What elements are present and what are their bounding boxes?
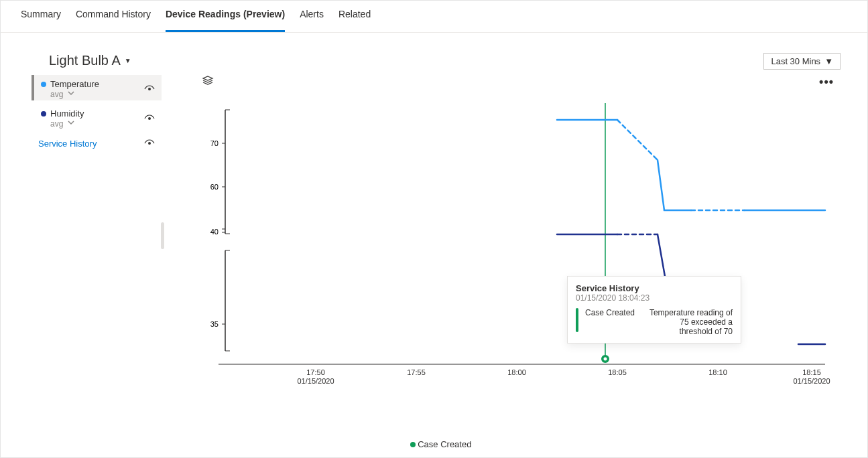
svg-point-16 [604, 358, 607, 361]
page-root: Summary Command History Device Readings … [0, 0, 868, 458]
visibility-toggle-icon[interactable] [144, 84, 155, 94]
xtick-date: 01/15/2020 [793, 377, 830, 385]
visibility-toggle-icon[interactable] [144, 113, 155, 124]
tooltip-event: Case Created [585, 308, 639, 317]
svg-point-2 [148, 142, 151, 145]
xtick: 18:10 [708, 368, 727, 376]
event-legend-label: Case Created [418, 439, 471, 449]
ytick: 60 [210, 183, 219, 191]
legend-item-agg: avg [50, 90, 63, 99]
visibility-toggle-icon[interactable] [144, 138, 155, 149]
chevron-down-icon[interactable] [67, 89, 75, 99]
ytick: 70 [210, 139, 219, 147]
more-icon[interactable]: ••• [819, 75, 834, 89]
tab-summary[interactable]: Summary [21, 9, 61, 32]
event-tooltip: Service History 01/15/2020 18:04:23 Case… [567, 276, 741, 344]
xtick: 17:50 [306, 368, 325, 376]
y-axis-temperature: 70 60 40 [210, 110, 230, 236]
time-range-label: Last 30 Mins [771, 56, 820, 66]
xtick: 18:05 [608, 368, 627, 376]
xtick-date: 01/15/2020 [297, 377, 334, 385]
tab-related[interactable]: Related [338, 9, 371, 32]
content-header: Light Bulb A ▼ Last 30 Mins ▼ [27, 53, 854, 70]
ytick: 40 [210, 228, 219, 236]
content: Light Bulb A ▼ Last 30 Mins ▼ Temperatur… [1, 33, 867, 457]
legend-item-humidity[interactable]: Humidity avg [32, 104, 162, 130]
tab-alerts[interactable]: Alerts [300, 9, 324, 32]
xtick: 18:00 [507, 368, 526, 376]
series-temperature [557, 120, 825, 210]
svg-point-1 [148, 117, 151, 120]
event-legend: Case Created [27, 435, 854, 451]
event-legend-dot [410, 442, 416, 447]
series-color-dot [41, 82, 46, 87]
caret-down-icon: ▼ [824, 56, 833, 66]
device-picker[interactable]: Light Bulb A ▼ [27, 53, 131, 68]
legend-item-label: Temperature [50, 79, 99, 89]
ytick: 35 [210, 320, 219, 328]
layers-icon[interactable] [202, 75, 214, 89]
caret-down-icon: ▼ [125, 57, 131, 64]
legend-item-label: Service History [38, 139, 97, 149]
body-row: Temperature avg [27, 75, 854, 435]
time-range-select[interactable]: Last 30 Mins ▼ [763, 53, 841, 70]
tab-command-history[interactable]: Command History [76, 9, 151, 32]
device-title-text: Light Bulb A [49, 53, 121, 68]
xtick: 18:15 [802, 368, 821, 376]
tab-device-readings[interactable]: Device Readings (Preview) [166, 9, 285, 32]
legend-item-service-history[interactable]: Service History [32, 134, 162, 153]
tooltip-accent-bar [576, 308, 578, 332]
chart-svg: 70 60 40 35 [182, 83, 839, 404]
legend-panel: Temperature avg [27, 75, 162, 435]
tooltip-title: Service History [576, 283, 733, 293]
chevron-down-icon[interactable] [67, 119, 75, 129]
series-color-dot [41, 111, 46, 117]
y-axis-humidity: 35 [210, 250, 230, 351]
x-ticks: 17:50 01/15/2020 17:55 18:00 18:05 18:10… [297, 368, 830, 385]
tooltip-description: Temperature reading of 75 exceeded a thr… [645, 308, 733, 336]
legend-item-label: Humidity [50, 108, 84, 119]
xtick: 17:55 [407, 368, 426, 376]
chart-area[interactable]: ••• 70 60 40 [162, 75, 854, 435]
tab-bar: Summary Command History Device Readings … [1, 1, 867, 33]
tooltip-timestamp: 01/15/2020 18:04:23 [576, 293, 733, 303]
legend-item-agg: avg [50, 119, 63, 129]
svg-point-0 [148, 88, 151, 90]
legend-item-temperature[interactable]: Temperature avg [32, 75, 162, 100]
